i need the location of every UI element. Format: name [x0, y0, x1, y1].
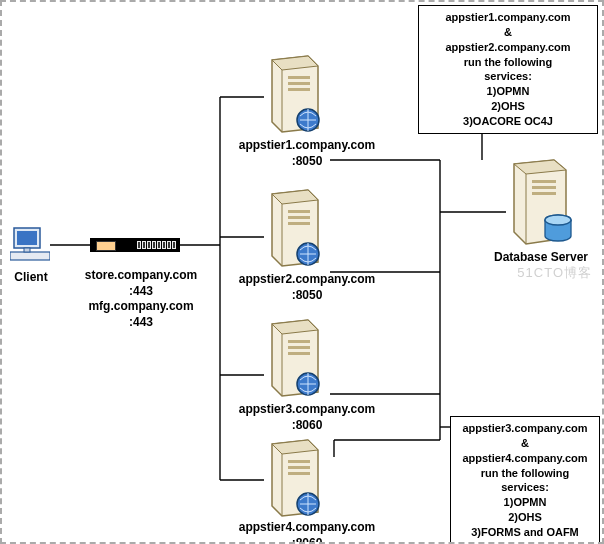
note-top-l2: appstier2.company.com: [445, 41, 570, 53]
lb-port2: :443: [129, 315, 153, 329]
svg-rect-25: [288, 216, 310, 219]
svg-rect-32: [288, 460, 310, 463]
note-top-s1: 1)OPMN: [487, 85, 530, 97]
note-bottom: appstier3.company.com & appstier4.compan…: [450, 416, 600, 544]
note-bot-s2: 2)OHS: [508, 511, 542, 523]
app2-host: appstier2.company.com: [239, 272, 376, 286]
svg-rect-19: [24, 248, 30, 252]
appstier3-label: appstier3.company.com :8060: [222, 402, 392, 433]
appstier1-node: [264, 54, 324, 136]
server-icon: [264, 318, 324, 398]
app2-port: :8050: [292, 288, 323, 302]
appstier3-node: [264, 318, 324, 400]
svg-rect-36: [532, 180, 556, 183]
note-bot-l3: run the following: [481, 467, 570, 479]
database-server-node: [506, 158, 574, 250]
svg-rect-34: [288, 472, 310, 475]
note-bot-s3: 3)FORMS and OAFM: [471, 526, 579, 538]
watermark-text: 51CTO博客: [517, 264, 592, 282]
server-icon: [264, 438, 324, 518]
note-bot-s1: 1)OPMN: [504, 496, 547, 508]
appstier2-node: [264, 188, 324, 270]
appstier1-label: appstier1.company.com :8050: [222, 138, 392, 169]
database-server-icon: [506, 158, 574, 248]
client-node: [10, 224, 50, 266]
note-bot-l4: services:: [501, 481, 549, 493]
note-bot-l1: appstier3.company.com &: [462, 422, 587, 449]
app4-port: :8060: [292, 536, 323, 544]
svg-rect-29: [288, 346, 310, 349]
svg-rect-38: [532, 192, 556, 195]
svg-rect-22: [288, 88, 310, 91]
server-icon: [264, 54, 324, 134]
app4-host: appstier4.company.com: [239, 520, 376, 534]
client-pc-icon: [10, 224, 50, 264]
note-top-l4: services:: [484, 70, 532, 82]
lb-url1: store.company.com: [85, 268, 197, 282]
note-top-amp: &: [504, 26, 512, 38]
appstier2-label: appstier2.company.com :8050: [222, 272, 392, 303]
note-top-s2: 2)OHS: [491, 100, 525, 112]
note-top-l1: appstier1.company.com: [445, 11, 570, 23]
load-balancer-icon: [90, 238, 180, 252]
svg-rect-18: [10, 252, 50, 260]
svg-rect-21: [288, 82, 310, 85]
app3-host: appstier3.company.com: [239, 402, 376, 416]
svg-rect-17: [17, 231, 37, 245]
diagram-canvas: Client store.company.com :443 mfg.compan…: [0, 0, 604, 544]
lb-port1: :443: [129, 284, 153, 298]
appstier4-node: [264, 438, 324, 520]
svg-rect-24: [288, 210, 310, 213]
svg-rect-28: [288, 340, 310, 343]
note-top: appstier1.company.com & appstier2.compan…: [418, 5, 598, 134]
svg-point-40: [545, 215, 571, 225]
svg-rect-20: [288, 76, 310, 79]
note-bot-l2: appstier4.company.com: [462, 452, 587, 464]
load-balancer-label: store.company.com :443 mfg.company.com :…: [66, 268, 216, 330]
svg-rect-33: [288, 466, 310, 469]
svg-rect-30: [288, 352, 310, 355]
lb-url2: mfg.company.com: [88, 299, 193, 313]
server-icon: [264, 188, 324, 268]
svg-rect-26: [288, 222, 310, 225]
appstier4-label: appstier4.company.com :8060: [222, 520, 392, 544]
client-label: Client: [4, 270, 58, 286]
app3-port: :8060: [292, 418, 323, 432]
app1-port: :8050: [292, 154, 323, 168]
note-top-s3: 3)OACORE OC4J: [463, 115, 553, 127]
app1-host: appstier1.company.com: [239, 138, 376, 152]
note-top-l3: run the following: [464, 56, 553, 68]
svg-rect-37: [532, 186, 556, 189]
